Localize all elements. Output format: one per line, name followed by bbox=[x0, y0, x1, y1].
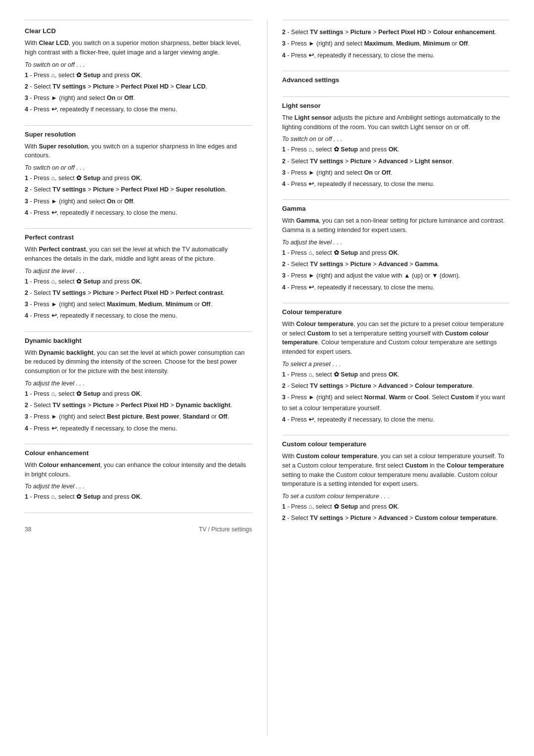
instructions-colour-temperature: 1 - Press ⌂, select ✿ Setup and press OK… bbox=[282, 370, 510, 425]
instr-label-clear-lcd: To switch on or off . . . bbox=[25, 61, 252, 68]
section-title-advanced-settings: Advanced settings bbox=[282, 76, 510, 84]
instructions-super-resolution: 1 - Press ⌂, select ✿ Setup and press OK… bbox=[25, 173, 252, 218]
section-dynamic-backlight: Dynamic backlight With Dynamic backlight… bbox=[25, 337, 252, 444]
section-title-light-sensor: Light sensor bbox=[282, 102, 510, 109]
page-number: 38 bbox=[25, 526, 31, 533]
section-body-dynamic-backlight: With Dynamic backlight, you can set the … bbox=[25, 348, 252, 376]
section-clear-lcd: Clear LCD With Clear LCD, you switch on … bbox=[25, 27, 252, 126]
section-title-gamma: Gamma bbox=[282, 205, 510, 212]
instr-label-dynamic-backlight: To adjust the level . . . bbox=[25, 380, 252, 387]
section-title-clear-lcd: Clear LCD bbox=[25, 27, 252, 35]
section-advanced-settings-heading: Advanced settings bbox=[282, 76, 510, 97]
instr-label-perfect-contrast: To adjust the level . . . bbox=[25, 268, 252, 275]
section-perfect-contrast: Perfect contrast With Perfect contrast, … bbox=[25, 234, 252, 332]
footer-right: TV / Picture settings bbox=[199, 526, 252, 533]
section-body-gamma: With Gamma, you can set a non-linear set… bbox=[282, 216, 510, 235]
instr-label-colour-temperature: To select a preset . . . bbox=[282, 361, 510, 368]
instructions-gamma: 1 - Press ⌂, select ✿ Setup and press OK… bbox=[282, 248, 510, 293]
instr-label-colour-enhancement: To adjust the level . . . bbox=[25, 483, 252, 490]
right-column: 2 - Select TV settings > Picture > Perfe… bbox=[267, 20, 510, 736]
section-body-light-sensor: The Light sensor adjusts the picture and… bbox=[282, 113, 510, 132]
section-custom-colour-temperature: Custom colour temperature With Custom co… bbox=[282, 440, 510, 534]
section-body-colour-temperature: With Colour temperature, you can set the… bbox=[282, 320, 510, 357]
instructions-colour-enhancement-cont: 2 - Select TV settings > Picture > Perfe… bbox=[282, 27, 510, 61]
instr-label-light-sensor: To switch on or off . . . bbox=[282, 136, 510, 142]
instr-label-gamma: To adjust the level . . . bbox=[282, 239, 510, 246]
section-light-sensor: Light sensor The Light sensor adjusts th… bbox=[282, 102, 510, 200]
section-colour-enhancement-cont: 2 - Select TV settings > Picture > Perfe… bbox=[282, 27, 510, 71]
instructions-dynamic-backlight: 1 - Press ⌂, select ✿ Setup and press OK… bbox=[25, 389, 252, 434]
instructions-perfect-contrast: 1 - Press ⌂, select ✿ Setup and press OK… bbox=[25, 277, 252, 322]
section-title-dynamic-backlight: Dynamic backlight bbox=[25, 337, 252, 344]
section-title-colour-temperature: Colour temperature bbox=[282, 308, 510, 316]
section-title-custom-colour-temperature: Custom colour temperature bbox=[282, 440, 510, 448]
section-title-colour-enhancement: Colour enhancement bbox=[25, 449, 252, 457]
instructions-colour-enhancement-start: 1 - Press ⌂, select ✿ Setup and press OK… bbox=[25, 492, 252, 502]
section-colour-enhancement: Colour enhancement With Colour enhanceme… bbox=[25, 449, 252, 513]
page: Clear LCD With Clear LCD, you switch on … bbox=[0, 0, 534, 756]
section-super-resolution: Super resolution With Super resolution, … bbox=[25, 131, 252, 229]
section-body-colour-enhancement: With Colour enhancement, you can enhance… bbox=[25, 461, 252, 479]
section-body-custom-colour-temperature: With Custom colour temperature, you can … bbox=[282, 452, 510, 489]
section-body-super-resolution: With Super resolution, you switch on a s… bbox=[25, 142, 252, 161]
section-title-perfect-contrast: Perfect contrast bbox=[25, 234, 252, 241]
instructions-light-sensor: 1 - Press ⌂, select ✿ Setup and press OK… bbox=[282, 144, 510, 189]
instructions-custom-colour-temperature: 1 - Press ⌂, select ✿ Setup and press OK… bbox=[282, 502, 510, 524]
section-colour-temperature: Colour temperature With Colour temperatu… bbox=[282, 308, 510, 435]
section-title-super-resolution: Super resolution bbox=[25, 131, 252, 138]
instr-label-super-resolution: To switch on or off . . . bbox=[25, 164, 252, 171]
instructions-clear-lcd: 1 - Press ⌂, select ✿ Setup and press OK… bbox=[25, 70, 252, 115]
left-column: Clear LCD With Clear LCD, you switch on … bbox=[25, 20, 267, 736]
section-body-perfect-contrast: With Perfect contrast, you can set the l… bbox=[25, 245, 252, 264]
section-gamma: Gamma With Gamma, you can set a non-line… bbox=[282, 205, 510, 303]
instr-label-custom-colour-temperature: To set a custom colour temperature . . . bbox=[282, 493, 510, 500]
section-body-clear-lcd: With Clear LCD, you switch on a superior… bbox=[25, 39, 252, 57]
page-footer: 38 TV / Picture settings bbox=[25, 523, 252, 533]
